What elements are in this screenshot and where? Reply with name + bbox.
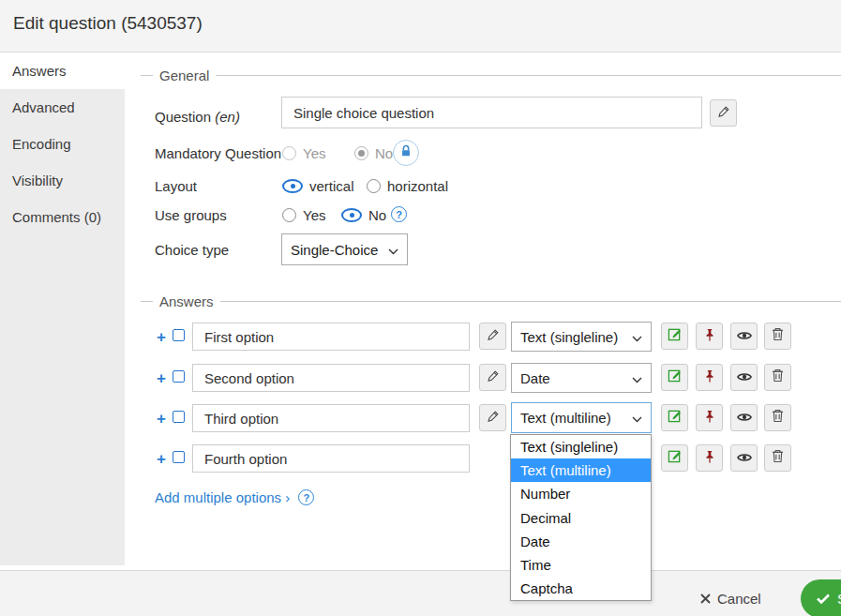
answer-open-editor-button[interactable] [661,364,688,391]
add-multiple-options-link[interactable]: Add multiple options › [155,489,290,505]
add-option-icon[interactable]: + [157,329,166,345]
chevron-down-icon [388,242,398,258]
answer-edit-pencil-button[interactable] [479,323,506,350]
answer-checkbox[interactable] [173,411,185,423]
layout-vertical-radio[interactable]: vertical [282,178,354,194]
answer-delete-button[interactable] [764,364,791,391]
edit-icon [668,368,682,386]
layout-label: Layout [155,178,197,194]
answer-edit-pencil-button[interactable] [479,404,506,431]
answer-preview-button[interactable] [730,444,758,472]
answer-delete-button[interactable] [764,323,791,350]
layout-horizontal-radio[interactable]: horizontal [367,178,448,194]
use-groups-help-icon[interactable]: ? [391,206,407,222]
answer-text-input[interactable] [192,444,470,473]
pencil-icon [717,105,730,122]
dropdown-option-text-multiline[interactable]: Text (multiline) [511,458,651,482]
sidebar-item-answers[interactable]: Answers [0,53,125,89]
save-button[interactable]: Save [801,579,841,616]
edit-icon [668,409,682,427]
add-multiple-row: Add multiple options › ? [155,489,314,505]
radio-icon [282,179,303,193]
dropdown-option-captcha[interactable]: Captcha [511,577,651,600]
choice-type-label: Choice type [155,242,229,258]
trash-icon [772,327,784,345]
chevron-down-icon [632,370,642,386]
answer-checkbox[interactable] [173,451,185,463]
mandatory-label: Mandatory Question [155,145,281,161]
answer-edit-pencil-button[interactable] [479,364,506,391]
pencil-icon [487,328,500,345]
choice-type-select[interactable]: Single-Choice [281,233,408,265]
mandatory-yes-radio: Yes [282,145,325,161]
pencil-icon [487,410,500,427]
use-groups-no-radio[interactable]: No [341,207,386,223]
trash-icon [772,368,784,386]
radio-icon [282,208,296,222]
answer-text-input[interactable] [192,364,470,392]
use-groups-yes-radio[interactable]: Yes [282,207,325,223]
edit-icon [668,327,682,345]
edit-question-dialog: Edit question (5430537) Answers Advanced… [0,0,841,616]
answer-open-editor-button[interactable] [661,444,688,472]
question-lang: (en) [215,109,240,125]
radio-icon [354,146,368,160]
answer-text-input[interactable] [192,323,470,351]
general-section-legend: General [141,68,841,83]
close-icon [700,591,711,607]
answer-pin-button[interactable] [696,444,723,472]
sidebar-item-advanced[interactable]: Advanced [0,89,125,126]
add-option-icon[interactable]: + [157,411,166,427]
answer-preview-button[interactable] [730,323,758,350]
answer-preview-button[interactable] [730,364,758,391]
add-option-icon[interactable]: + [157,451,166,467]
edit-icon [668,449,682,467]
pin-icon [703,328,716,345]
answer-pin-button[interactable] [696,364,723,391]
dropdown-option-number[interactable]: Number [511,482,651,505]
dropdown-option-text-singleline[interactable]: Text (singleline) [511,435,651,458]
chevron-down-icon [632,410,642,426]
mandatory-lock-badge[interactable] [393,140,419,166]
sidebar-item-encoding[interactable]: Encoding [0,126,125,162]
sidebar-item-comments[interactable]: Comments (0) [0,199,125,235]
dropdown-option-time[interactable]: Time [511,553,651,577]
answer-preview-button[interactable] [730,404,758,431]
answer-delete-button[interactable] [764,404,791,431]
eye-icon [737,369,752,386]
question-edit-button[interactable] [710,99,737,127]
mandatory-no-radio: No [354,145,393,161]
dropdown-option-decimal[interactable]: Decimal [511,506,651,530]
answer-pin-button[interactable] [696,323,723,350]
answer-delete-button[interactable] [764,444,791,472]
dropdown-option-date[interactable]: Date [511,530,651,553]
eye-icon [737,450,752,467]
radio-icon [367,179,381,193]
eye-icon [737,328,752,345]
use-groups-label: Use groups [155,207,227,223]
pin-icon [703,369,716,386]
sidebar: Answers Advanced Encoding Visibility Com… [0,53,125,565]
answer-type-select[interactable]: Date [511,363,652,393]
chevron-down-icon [632,329,642,345]
cancel-button[interactable]: Cancel [700,591,761,607]
answer-type-select[interactable]: Text (multiline) [511,402,652,433]
answer-checkbox[interactable] [173,370,185,383]
add-option-icon[interactable]: + [157,370,166,386]
add-multiple-help-icon[interactable]: ? [298,489,314,505]
answer-pin-button[interactable] [696,404,723,431]
answer-open-editor-button[interactable] [661,323,688,350]
pin-icon [703,450,716,467]
lock-icon [399,144,413,161]
answer-checkbox[interactable] [173,329,185,341]
question-input[interactable] [281,97,702,128]
answer-type-select[interactable]: Text (singleline) [511,322,652,352]
answer-text-input[interactable] [192,404,470,432]
check-icon [817,591,830,607]
eye-icon [737,410,752,427]
sidebar-item-visibility[interactable]: Visibility [0,162,125,199]
answer-open-editor-button[interactable] [661,404,688,431]
answer-type-dropdown: Text (singleline) Text (multiline) Numbe… [510,434,652,601]
trash-icon [772,449,784,467]
pin-icon [703,410,716,427]
